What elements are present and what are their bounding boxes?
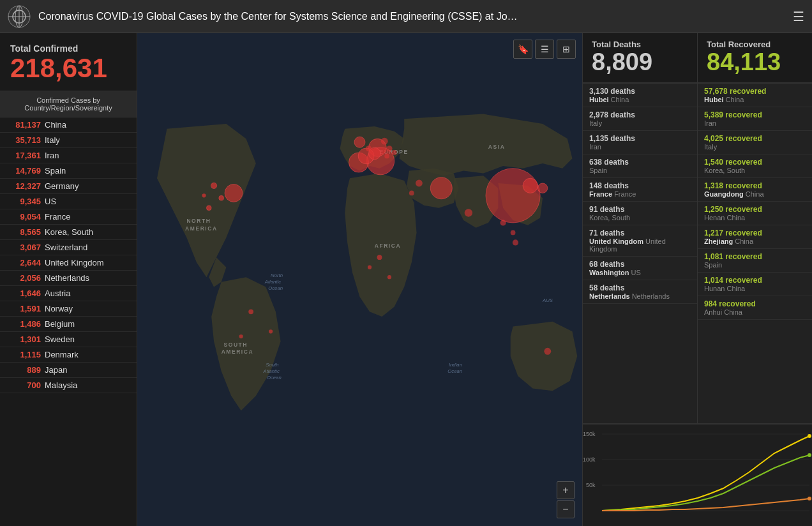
country-name: Austria <box>45 289 70 298</box>
death-list-item: 58 deathsNetherlands Netherlands <box>583 280 697 304</box>
country-name: Sweden <box>45 334 75 344</box>
country-name: Denmark <box>45 350 79 359</box>
svg-point-42 <box>368 266 372 269</box>
recovered-count: 1,250 recovered <box>704 205 806 214</box>
country-list-item[interactable]: 2,644United Kingdom <box>0 255 137 271</box>
country-list-item[interactable]: 35,713Italy <box>0 133 137 148</box>
country-name: Japan <box>45 365 67 375</box>
svg-point-45 <box>465 209 472 216</box>
death-count: 2,978 deaths <box>589 110 691 119</box>
svg-text:ASIA: ASIA <box>488 144 506 150</box>
country-list-item[interactable]: 9,054France <box>0 209 137 225</box>
grid-view-button[interactable]: ⊞ <box>557 40 576 59</box>
svg-point-40 <box>377 255 382 260</box>
country-name: Italy <box>45 135 60 145</box>
svg-point-47 <box>511 230 516 236</box>
app-logo <box>8 5 31 28</box>
country-count: 1,115 <box>8 350 41 359</box>
recovered-location: Iran <box>704 119 806 127</box>
country-count: 81,137 <box>8 120 41 130</box>
country-list-item[interactable]: 14,769Spain <box>0 163 137 179</box>
bookmark-button[interactable]: 🔖 <box>513 40 532 59</box>
svg-point-37 <box>248 309 253 314</box>
country-list-item[interactable]: 1,301Sweden <box>0 332 137 347</box>
recovered-count: 1,217 recovered <box>704 229 806 237</box>
recovered-location: Korea, South <box>704 167 806 174</box>
country-name: Iran <box>45 151 59 160</box>
recovered-location: Zhejiang China <box>704 237 806 245</box>
main-content: Total Confirmed 218,631 Confirmed Cases … <box>0 33 812 526</box>
recovered-count: 57,678 recovered <box>704 87 806 96</box>
recovered-location: Spain <box>704 261 806 269</box>
country-list-item[interactable]: 1,486Belgium <box>0 317 137 332</box>
death-list-item: 2,978 deathsItaly <box>583 107 697 131</box>
svg-point-31 <box>354 137 365 147</box>
svg-point-63 <box>808 434 811 438</box>
svg-text:North: North <box>271 273 283 278</box>
country-name: Switzerland <box>45 243 87 252</box>
svg-point-48 <box>544 348 551 355</box>
recovered-count: 1,014 recovered <box>704 276 806 285</box>
recovered-count: 5,389 recovered <box>704 110 806 119</box>
country-list-item[interactable]: 3,067Switzerland <box>0 240 137 255</box>
recovered-list-item: 1,217 recoveredZhejiang China <box>698 225 812 249</box>
svg-point-44 <box>409 191 414 196</box>
country-list-item[interactable]: 1,591Norway <box>0 301 137 317</box>
zoom-in-button[interactable]: + <box>557 481 575 499</box>
country-list-item[interactable]: 1,646Austria <box>0 286 137 301</box>
country-list-item[interactable]: 9,345US <box>0 194 137 209</box>
country-name: Korea, South <box>45 227 93 237</box>
svg-text:150k: 150k <box>583 431 596 437</box>
country-count: 1,486 <box>8 319 41 329</box>
recovered-location: Henan China <box>704 214 806 222</box>
chart-panel: 150k 100k 50k <box>583 424 812 526</box>
total-confirmed-value: 218,631 <box>10 54 126 83</box>
country-count: 2,056 <box>8 273 41 283</box>
recovered-count: 1,081 recovered <box>704 252 806 261</box>
death-location: France France <box>589 190 691 198</box>
country-list-item[interactable]: 17,361Iran <box>0 148 137 163</box>
death-location: Hubei China <box>589 96 691 103</box>
country-name: Norway <box>45 304 73 313</box>
svg-point-52 <box>384 154 389 159</box>
header-title: Coronavirus COVID-19 Global Cases by the… <box>38 11 793 22</box>
country-list-item[interactable]: 700Malaysia <box>0 378 137 393</box>
country-list-header: Confirmed Cases byCountry/Region/Soverei… <box>0 91 137 117</box>
deaths-value: 8,809 <box>592 49 688 76</box>
recovered-value: 84,113 <box>707 49 803 76</box>
death-location: Washington US <box>589 269 691 276</box>
country-count: 12,327 <box>8 181 41 191</box>
svg-text:Atlantic: Atlantic <box>264 279 281 285</box>
country-list-item[interactable]: 8,565Korea, South <box>0 225 137 240</box>
recovered-list-item: 1,318 recoveredGuangdong China <box>698 178 812 202</box>
death-list-item: 71 deathsUnited Kingdom United Kingdom <box>583 225 697 257</box>
country-list-item[interactable]: 889Japan <box>0 363 137 378</box>
country-list[interactable]: 81,137China35,713Italy17,361Iran14,769Sp… <box>0 117 137 526</box>
death-list-item: 148 deathsFrance France <box>583 178 697 202</box>
svg-text:South: South <box>266 362 278 368</box>
country-list-item[interactable]: 12,327Germany <box>0 179 137 194</box>
recovered-location: Hunan China <box>704 285 806 292</box>
svg-point-34 <box>219 195 224 200</box>
country-name: Malaysia <box>45 380 77 390</box>
svg-point-24 <box>430 177 452 199</box>
svg-text:50k: 50k <box>586 482 596 488</box>
list-view-button[interactable]: ☰ <box>535 40 554 59</box>
recovered-count: 984 recovered <box>704 299 806 308</box>
zoom-out-button[interactable]: − <box>557 500 575 518</box>
death-location: Spain <box>589 167 691 174</box>
svg-text:Ocean: Ocean <box>268 285 283 291</box>
svg-point-53 <box>392 150 397 155</box>
menu-icon[interactable]: ☰ <box>793 9 804 24</box>
country-list-item[interactable]: 2,056Netherlands <box>0 271 137 286</box>
svg-point-64 <box>808 453 811 457</box>
map-toolbar: 🔖 ☰ ⊞ <box>513 40 576 59</box>
country-count: 700 <box>8 380 41 390</box>
country-list-item[interactable]: 81,137China <box>0 117 137 133</box>
svg-point-65 <box>808 497 811 500</box>
svg-text:Indian: Indian <box>449 362 462 368</box>
deaths-list: 3,130 deathsHubei China2,978 deathsItaly… <box>583 84 698 423</box>
map-container[interactable]: 🔖 ☰ ⊞ <box>137 33 582 526</box>
country-list-item[interactable]: 1,115Denmark <box>0 347 137 363</box>
svg-text:AMERICA: AMERICA <box>222 349 254 355</box>
